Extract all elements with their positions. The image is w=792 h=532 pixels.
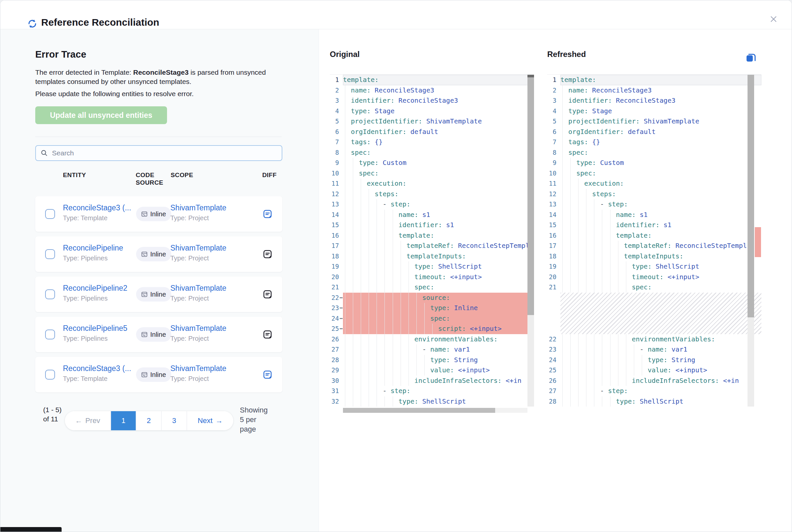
copy-icon[interactable] (744, 51, 757, 64)
line-number: 18 (547, 251, 560, 262)
code-line: 8spec: (547, 148, 761, 158)
line-number: 7 (330, 137, 343, 148)
line-number: 22 (547, 334, 560, 345)
pagination-next-button[interactable]: Next → (186, 411, 233, 430)
line-number: 23 (330, 303, 343, 314)
refreshed-code-panel: 1template:2name: ReconcileStage33identif… (547, 74, 761, 406)
line-number: 4 (330, 106, 343, 116)
line-number: 28 (330, 355, 343, 365)
refreshed-vertical-scrollbar[interactable] (748, 75, 754, 406)
line-number: 11 (330, 178, 343, 189)
search-input[interactable] (51, 149, 277, 157)
table-row: ReconcileStage3 (...Type: Template Inlin… (35, 196, 282, 232)
pagination-page-1[interactable]: 1 (110, 411, 136, 430)
scrollbar-thumb[interactable] (343, 408, 495, 413)
code-line: 28type: String (330, 355, 534, 365)
entity-cell: ReconcileStage3 (...Type: Template (63, 204, 134, 222)
line-number: 6 (330, 127, 343, 137)
code-line: 23- name: var1 (547, 344, 761, 355)
scrollbar-thumb[interactable] (748, 75, 754, 317)
pagination-page-2[interactable]: 2 (136, 411, 161, 430)
code-line: 6orgIdentifier: default (330, 127, 534, 137)
line-number: 28 (547, 396, 560, 407)
pagination-page-3[interactable]: 3 (161, 411, 186, 430)
pagination-prev-button[interactable]: ← Prev (65, 411, 110, 430)
code-line: 12steps: (330, 189, 534, 200)
line-number: 20 (330, 272, 343, 283)
code-line: 25script: <+input> (330, 324, 534, 334)
deleted-lines-placeholder (560, 293, 761, 334)
code-source-badge: Inline (136, 367, 171, 382)
line-number: 9 (547, 158, 560, 168)
diff-icon[interactable] (262, 289, 273, 299)
scrollbar-thumb[interactable] (528, 77, 534, 315)
diff-icon[interactable] (262, 209, 273, 219)
code-source-badge: Inline (136, 207, 171, 221)
scope-link[interactable]: ShivamTemplate (170, 244, 246, 252)
line-number: 24 (547, 355, 560, 365)
line-number: 19 (547, 261, 560, 272)
arrow-right-icon: → (216, 416, 223, 425)
entity-type-label: Type: Pipelines (63, 294, 134, 302)
diff-icon[interactable] (262, 329, 273, 339)
code-line: 18templateInputs: (330, 251, 534, 262)
entity-link[interactable]: ReconcilePipeline5 (63, 324, 134, 333)
row-checkbox[interactable] (45, 329, 55, 339)
code-line: 29value: <+input> (330, 365, 534, 376)
entity-link[interactable]: ReconcilePipeline (63, 244, 134, 252)
entity-link[interactable]: ReconcilePipeline2 (63, 284, 134, 293)
code-source-badge: Inline (136, 287, 171, 302)
original-vertical-scrollbar[interactable] (528, 75, 534, 406)
scope-link[interactable]: ShivamTemplate (170, 364, 246, 373)
close-icon[interactable] (768, 14, 779, 25)
inline-source-icon (141, 251, 148, 258)
code-line: 14name: s1 (547, 210, 761, 220)
code-line: 11execution: (547, 178, 761, 189)
column-header-entity: ENTITY (63, 171, 86, 179)
table-row: ReconcileStage3 (...Type: Template Inlin… (35, 357, 282, 393)
row-checkbox[interactable] (45, 209, 55, 219)
scope-link[interactable]: ShivamTemplate (170, 284, 246, 293)
code-line: 3identifier: ReconcileStage3 (547, 95, 761, 106)
error-template-name: ReconcileStage3 (133, 69, 188, 76)
entity-link[interactable]: ReconcileStage3 (... (63, 204, 134, 212)
scope-link[interactable]: ShivamTemplate (170, 204, 246, 212)
inline-source-icon (141, 211, 148, 217)
code-line: 26includeInfraSelectors: <+in (547, 376, 761, 386)
scope-cell: ShivamTemplateType: Project (170, 324, 246, 342)
column-header-scope: SCOPE (171, 171, 194, 179)
code-line: 15identifier: s1 (547, 220, 761, 230)
code-line: 30includeInfraSelectors: <+in (330, 376, 534, 386)
code-line: 17templateRef: ReconcileStepTempl (330, 241, 534, 251)
line-number: 16 (330, 230, 343, 241)
error-description: The error detected in Template: Reconcil… (35, 68, 269, 86)
diff-icon[interactable] (262, 249, 273, 259)
entity-type-label: Type: Template (63, 375, 134, 382)
original-horizontal-scrollbar[interactable] (343, 408, 528, 413)
line-number: 27 (547, 386, 560, 396)
scope-link[interactable]: ShivamTemplate (170, 324, 246, 333)
diff-icon[interactable] (262, 370, 273, 380)
line-number: 4 (547, 106, 560, 116)
update-all-unsynced-entities-button[interactable]: Update all unsynced entities (35, 106, 167, 124)
row-checkbox[interactable] (45, 370, 55, 380)
line-number: 7 (547, 137, 560, 148)
entity-link[interactable]: ReconcileStage3 (... (63, 364, 134, 373)
line-number: 8 (547, 148, 560, 158)
line-number: 13 (330, 199, 343, 210)
code-line: 12steps: (547, 189, 761, 200)
line-number: 16 (547, 230, 560, 241)
row-checkbox[interactable] (45, 289, 55, 299)
error-trace-heading: Error Trace (35, 49, 86, 60)
deleted-line-marker (340, 328, 343, 329)
code-line: 18templateInputs: (547, 251, 761, 262)
line-number: 23 (547, 344, 560, 355)
diff-change-marker (755, 227, 761, 257)
inline-source-icon (141, 372, 148, 378)
line-number: 2 (330, 85, 343, 96)
column-header-diff: DIFF (262, 171, 277, 179)
code-line: 11execution: (330, 178, 534, 189)
code-line: 19type: ShellScript (330, 261, 534, 272)
row-checkbox[interactable] (45, 249, 55, 259)
reconcile-sync-icon (27, 19, 37, 28)
